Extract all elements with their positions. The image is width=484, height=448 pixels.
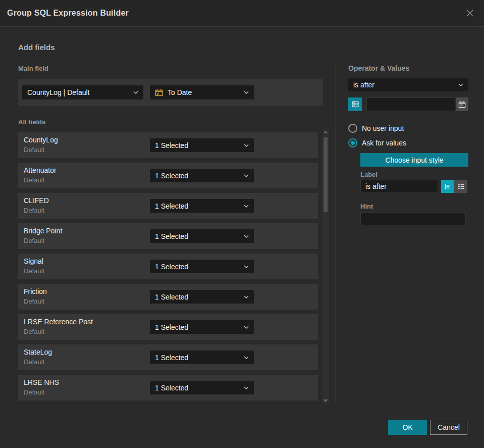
chevron-down-icon <box>244 386 249 389</box>
dialog-titlebar: Group SQL Expression Builder <box>0 0 484 27</box>
align-left-icon <box>444 183 452 190</box>
radio-ask-for-values-label: Ask for values <box>362 139 406 147</box>
field-row-selected-dropdown[interactable]: 1 Selected <box>150 229 254 243</box>
field-row-selected-dropdown[interactable]: 1 Selected <box>150 351 254 364</box>
field-row: CLIFED Default 1 Selected <box>18 193 318 219</box>
field-row: LRSE Reference Post Default 1 Selected <box>18 314 318 340</box>
input-style-textbox-button[interactable] <box>441 180 454 193</box>
main-field-type-value: To Date <box>168 88 192 96</box>
choose-input-style-button[interactable]: Choose input style <box>360 153 468 167</box>
radio-circle-icon <box>348 124 357 133</box>
operator-select-value: is after <box>353 81 374 89</box>
list-scrollbar-thumb[interactable] <box>324 137 328 212</box>
chevron-down-icon <box>244 144 249 147</box>
field-row-subtitle: Default <box>24 388 44 396</box>
field-row-subtitle: Default <box>24 358 44 366</box>
field-row-selected-dropdown[interactable]: 1 Selected <box>150 320 254 334</box>
field-row-selected-dropdown[interactable]: 1 Selected <box>150 260 254 273</box>
calendar-icon <box>155 88 163 96</box>
field-row-subtitle: Default <box>24 176 44 184</box>
add-fields-heading: Add fields <box>18 43 55 52</box>
dialog-title: Group SQL Expression Builder <box>7 9 129 18</box>
main-field-select[interactable]: CountyLog | Default <box>22 85 143 99</box>
field-row-selected-dropdown[interactable]: 1 Selected <box>150 169 254 182</box>
field-row-selected-value: 1 Selected <box>155 354 188 362</box>
unique-values-button[interactable] <box>348 97 362 111</box>
field-row-name: Signal <box>24 257 43 265</box>
field-row-selected-value: 1 Selected <box>155 202 188 210</box>
field-row-subtitle: Default <box>24 297 44 305</box>
close-x-glyph <box>465 9 474 18</box>
field-row-selected-value: 1 Selected <box>155 323 188 331</box>
field-row-name: LRSE Reference Post <box>24 318 93 326</box>
chevron-down-icon <box>244 356 249 359</box>
ok-button[interactable]: OK <box>388 420 427 435</box>
unique-values-icon <box>351 101 359 109</box>
calendar-icon <box>458 101 466 108</box>
main-field-type-select[interactable]: To Date <box>150 85 254 99</box>
scrollbar-up-arrow-icon[interactable] <box>323 131 328 133</box>
chevron-down-icon <box>133 91 138 94</box>
radio-ask-for-values[interactable]: Ask for values <box>348 138 406 147</box>
main-field-panel: CountyLog | Default To Date <box>18 79 323 106</box>
field-row-selected-value: 1 Selected <box>155 293 188 301</box>
field-row-selected-dropdown[interactable]: 1 Selected <box>150 381 254 394</box>
chevron-down-icon <box>244 205 249 208</box>
field-row-selected-value: 1 Selected <box>155 172 188 180</box>
field-row-subtitle: Default <box>24 237 44 244</box>
field-row-selected-value: 1 Selected <box>155 263 188 271</box>
field-row-subtitle: Default <box>24 146 44 154</box>
hint-input[interactable] <box>360 212 466 225</box>
chevron-down-icon <box>458 83 463 86</box>
field-row-subtitle: Default <box>24 207 44 214</box>
field-row-name: Attenuator <box>24 166 57 174</box>
field-row: Bridge Point Default 1 Selected <box>18 223 318 249</box>
operator-values-heading: Operator & Values <box>348 64 409 72</box>
close-icon[interactable] <box>462 5 478 21</box>
chevron-down-icon <box>244 326 249 329</box>
field-row: CountyLog Default 1 Selected <box>18 132 318 158</box>
field-row-selected-value: 1 Selected <box>155 141 188 150</box>
field-row-name: CLIFED <box>24 196 49 205</box>
field-row-name: LRSE NHS <box>24 378 59 386</box>
all-fields-list: CountyLog Default 1 Selected Attenuator … <box>18 132 318 404</box>
field-row: Friction Default 1 Selected <box>18 284 318 310</box>
field-row-subtitle: Default <box>24 328 44 335</box>
all-fields-label: All fields <box>18 118 45 126</box>
field-row-name: StateLog <box>24 348 52 356</box>
main-field-label: Main field <box>18 65 48 72</box>
field-row: LRSE NHS Default 1 Selected <box>18 375 318 401</box>
chevron-down-icon <box>244 265 249 268</box>
field-row-selected-value: 1 Selected <box>155 384 188 392</box>
field-row-selected-dropdown[interactable]: 1 Selected <box>150 138 254 152</box>
field-row-subtitle: Default <box>24 267 44 275</box>
label-input[interactable] <box>360 180 438 193</box>
chevron-down-icon <box>244 295 249 298</box>
radio-circle-icon <box>348 138 357 147</box>
radio-no-user-input[interactable]: No user input <box>348 124 404 133</box>
chevron-down-icon <box>244 235 249 238</box>
main-field-select-value: CountyLog | Default <box>27 88 90 96</box>
field-row-selected-value: 1 Selected <box>155 232 188 240</box>
field-row-name: Friction <box>24 287 47 295</box>
input-style-list-button[interactable] <box>454 180 467 193</box>
radio-no-user-input-label: No user input <box>362 124 404 132</box>
field-row-selected-dropdown[interactable]: 1 Selected <box>150 199 254 213</box>
field-row: Signal Default 1 Selected <box>18 254 318 279</box>
chevron-down-icon <box>244 174 249 177</box>
list-icon <box>457 183 465 190</box>
date-picker-button[interactable] <box>456 97 468 111</box>
field-row: Attenuator Default 1 Selected <box>18 163 318 188</box>
scrollbar-down-arrow-icon[interactable] <box>323 400 328 402</box>
operator-select[interactable]: is after <box>348 78 468 91</box>
value-input[interactable] <box>366 97 455 111</box>
chevron-down-icon <box>244 91 249 94</box>
vertical-divider <box>336 63 336 404</box>
field-row-name: Bridge Point <box>24 227 62 235</box>
field-row: StateLog Default 1 Selected <box>18 344 318 370</box>
field-row-name: CountyLog <box>24 136 58 144</box>
hint-field-label: Hint <box>360 203 373 210</box>
field-row-selected-dropdown[interactable]: 1 Selected <box>150 290 254 304</box>
cancel-button[interactable]: Cancel <box>430 420 467 435</box>
label-field-label: Label <box>360 171 378 178</box>
